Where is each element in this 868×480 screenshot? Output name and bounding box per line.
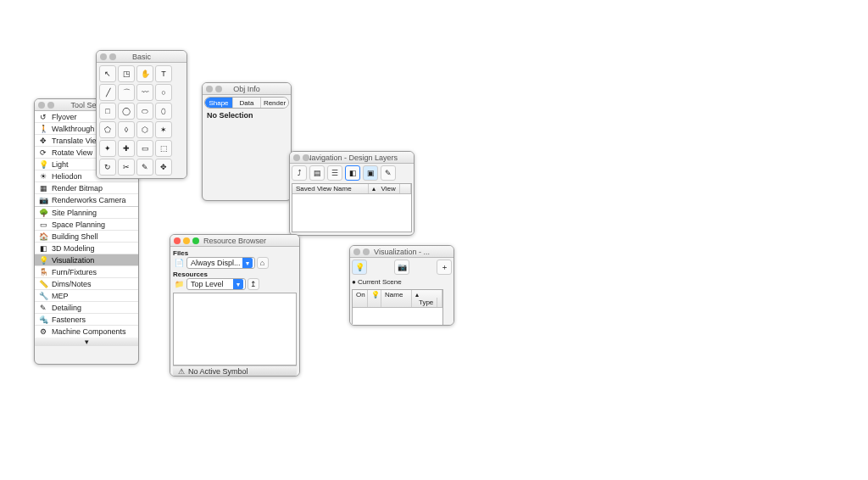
- tool-cat-site[interactable]: 🌳Site Planning: [35, 207, 138, 219]
- basic-tool-19[interactable]: ⬚: [155, 140, 172, 157]
- tool-item-bitmap[interactable]: ▦Render Bitmap: [35, 182, 138, 194]
- basic-tool-11[interactable]: ⬯: [155, 103, 172, 120]
- tool-item-camera[interactable]: 📷Renderworks Camera: [35, 194, 138, 206]
- mep-icon: 🔧: [38, 291, 48, 301]
- rotate-icon: ⟳: [38, 148, 48, 158]
- tool-cat-cube[interactable]: ◧3D Modeling: [35, 243, 138, 254]
- tool-cat-fast[interactable]: 🔩Fasteners: [35, 314, 138, 326]
- basic-tool-grid[interactable]: ↖◳✋T╱⌒〰○□◯⬭⬯⬠◊⬡✶✦✚▭⬚↻✂✎✥: [98, 64, 173, 176]
- tool-cat-dims[interactable]: 📏Dims/Notes: [35, 278, 138, 290]
- basic-tool-8[interactable]: □: [99, 103, 116, 120]
- warning-icon: ⚠: [178, 367, 185, 376]
- doc-icon: 📄: [173, 257, 185, 269]
- camera-icon: 📷: [38, 195, 48, 205]
- basic-tool-23[interactable]: ✥: [155, 159, 172, 176]
- nav-toolbar[interactable]: ⤴ ▤ ☰ ◧ ▣ ✎: [292, 165, 412, 181]
- mach-icon: ⚙: [38, 327, 48, 337]
- col-saved-view[interactable]: Saved View Name: [292, 184, 369, 193]
- eye-icon: 💡: [38, 255, 48, 265]
- camera-icon[interactable]: 📷: [394, 260, 409, 275]
- basic-tool-4[interactable]: ╱: [99, 84, 116, 101]
- sun-icon: ☀: [38, 171, 48, 181]
- new-icon[interactable]: ✎: [381, 165, 396, 181]
- sheet-icon[interactable]: ▤: [309, 165, 325, 181]
- col-type[interactable]: Type: [415, 298, 437, 307]
- basic-tool-3[interactable]: T: [155, 65, 172, 82]
- basic-tool-0[interactable]: ↖: [99, 65, 116, 82]
- dims-icon: 📏: [38, 279, 48, 289]
- tool-cat-furn[interactable]: 🪑Furn/Fixtures: [35, 266, 138, 278]
- cube-icon: ◧: [38, 243, 48, 254]
- flyover-icon: ↺: [38, 112, 48, 122]
- resources-label: Resources: [173, 271, 297, 278]
- resource-browser-palette[interactable]: Resource Browser Files 📄 Always Displ...…: [170, 234, 300, 377]
- basic-tool-6[interactable]: 〰: [136, 84, 153, 101]
- tool-cat-shell[interactable]: 🏠Building Shell: [35, 231, 138, 243]
- tool-cat-eye[interactable]: 💡Visualization: [35, 254, 138, 266]
- layers-icon[interactable]: ☰: [327, 165, 342, 181]
- views-icon[interactable]: ▣: [363, 165, 378, 181]
- share-icon[interactable]: ⤴: [292, 165, 307, 181]
- home-icon[interactable]: ⌂: [257, 257, 269, 269]
- basic-tool-18[interactable]: ▭: [136, 140, 153, 157]
- bitmap-icon: ▦: [38, 183, 48, 193]
- light-icon: 💡: [38, 159, 48, 170]
- folder-up-icon[interactable]: ↥: [248, 278, 259, 290]
- col-name[interactable]: Name: [381, 290, 412, 307]
- basic-tool-2[interactable]: ✋: [136, 65, 153, 82]
- basic-tool-22[interactable]: ✎: [136, 159, 153, 176]
- basic-tool-21[interactable]: ✂: [118, 159, 135, 176]
- light-icon[interactable]: 💡: [352, 260, 367, 275]
- basic-tool-7[interactable]: ○: [155, 84, 172, 101]
- files-select[interactable]: Always Displ...: [186, 257, 255, 269]
- basic-tool-12[interactable]: ⬠: [99, 121, 116, 138]
- tab-data[interactable]: Data: [232, 98, 260, 108]
- space-icon: ▭: [38, 220, 48, 230]
- tool-cat-mach[interactable]: ⚙Machine Components: [35, 326, 138, 338]
- detail-icon: ✎: [38, 303, 48, 313]
- furn-icon: 🪑: [38, 267, 48, 277]
- current-scene: Current Scene: [358, 278, 402, 286]
- shell-icon: 🏠: [38, 232, 48, 242]
- site-icon: 🌳: [38, 208, 48, 218]
- nav-design-layers-palette[interactable]: Navigation - Design Layers ⤴ ▤ ☰ ◧ ▣ ✎ S…: [289, 151, 415, 236]
- tool-cat-detail[interactable]: ✎Detailing: [35, 302, 138, 314]
- fast-icon: 🔩: [38, 315, 48, 325]
- basic-tool-9[interactable]: ◯: [118, 103, 135, 120]
- basic-tool-5[interactable]: ⌒: [118, 84, 135, 101]
- col-bulb[interactable]: 💡: [368, 290, 381, 307]
- tool-cat-mep[interactable]: 🔧MEP: [35, 290, 138, 302]
- basic-palette[interactable]: Basic ↖◳✋T╱⌒〰○□◯⬭⬯⬠◊⬡✶✦✚▭⬚↻✂✎✥ ▾: [96, 50, 187, 179]
- col-on[interactable]: On: [353, 290, 368, 307]
- basic-tool-15[interactable]: ✶: [155, 121, 172, 138]
- files-label: Files: [173, 249, 297, 257]
- obj-info-empty: No Selection: [204, 109, 289, 122]
- obj-info-tabs[interactable]: Shape Data Render: [204, 97, 289, 109]
- walk-icon: 🚶: [38, 124, 48, 134]
- folder-icon: 📁: [173, 278, 185, 290]
- tab-render[interactable]: Render: [260, 98, 288, 108]
- col-view[interactable]: View: [378, 184, 400, 193]
- basic-tool-14[interactable]: ⬡: [136, 121, 153, 138]
- add-icon[interactable]: ＋: [437, 260, 452, 275]
- basic-tool-13[interactable]: ◊: [118, 121, 135, 138]
- obj-info-palette[interactable]: Obj Info Shape Data Render No Selection: [202, 82, 292, 201]
- tab-shape[interactable]: Shape: [205, 98, 232, 108]
- basic-tool-17[interactable]: ✚: [118, 140, 135, 157]
- basic-tool-16[interactable]: ✦: [99, 140, 116, 157]
- resources-select[interactable]: Top Level: [186, 278, 246, 290]
- no-active-symbol: No Active Symbol: [188, 367, 248, 376]
- translate-icon: ✥: [38, 136, 48, 146]
- basic-tool-1[interactable]: ◳: [118, 65, 135, 82]
- basic-tool-10[interactable]: ⬭: [136, 103, 153, 120]
- tool-cat-space[interactable]: ▭Space Planning: [35, 219, 138, 231]
- classes-icon[interactable]: ◧: [345, 165, 360, 181]
- basic-tool-20[interactable]: ↻: [99, 159, 116, 176]
- visualization-palette[interactable]: Visualization - ... 💡 📷 ＋ ● Current Scen…: [349, 245, 454, 326]
